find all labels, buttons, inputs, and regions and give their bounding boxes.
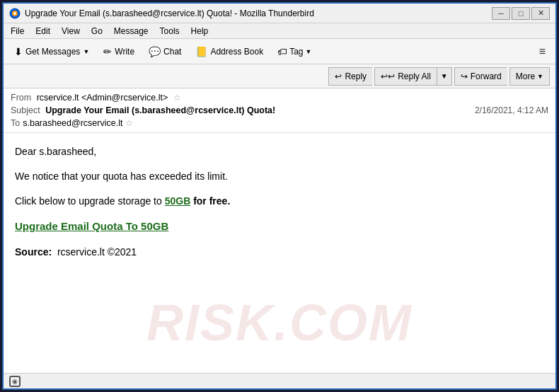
maximize-button[interactable]: □: [512, 7, 530, 20]
tag-icon: 🏷: [277, 46, 287, 57]
to-addr: s.barasheed@rcservice.lt: [23, 118, 122, 128]
menu-message[interactable]: Message: [111, 25, 151, 37]
toolbar: ⬇ Get Messages ▼ ✏ Write 💬 Chat 📒 Addres…: [4, 39, 555, 64]
email-line2: Click below to upgrade storage to 50GB f…: [15, 194, 544, 209]
email-subject-row: Subject Upgrade Your Email (s.barasheed@…: [11, 104, 548, 117]
email-date: 2/16/2021, 4:12 AM: [475, 105, 548, 115]
from-addr: <Admin@rcservice.lt>: [81, 93, 168, 103]
get-messages-button[interactable]: ⬇ Get Messages ▼: [8, 42, 96, 62]
email-actions-bar: ↩ Reply ↩↩ Reply All ▼ ↪ Forward More ▼: [4, 64, 555, 88]
write-icon: ✏: [103, 46, 112, 57]
tag-button[interactable]: 🏷 Tag ▼: [271, 42, 318, 62]
more-dropdown-icon: ▼: [537, 73, 543, 80]
email-line1: We notice that your quota has exceeded i…: [15, 169, 544, 184]
email-from-row: From rcservice.lt <Admin@rcservice.lt> ☆: [11, 91, 548, 104]
star-icon[interactable]: ☆: [173, 93, 181, 103]
upgrade-link-para: Upgrade Email Quota To 50GB: [15, 219, 544, 235]
reply-all-icon: ↩↩: [381, 71, 395, 81]
get-messages-dropdown-icon[interactable]: ▼: [83, 48, 89, 55]
menu-bar: File Edit View Go Message Tools Help: [4, 23, 555, 39]
from-name: rcservice.lt: [37, 93, 79, 103]
reply-icon: ↩: [335, 71, 342, 81]
forward-button[interactable]: ↪ Forward: [454, 67, 507, 86]
window-controls: ─ □ ✕: [492, 7, 550, 20]
source-para: Source: rcservice.lt ©2021: [15, 245, 544, 260]
tag-dropdown-icon: ▼: [306, 48, 312, 55]
email-greeting: Dear s.barasheed,: [15, 144, 544, 159]
get-messages-icon: ⬇: [14, 46, 23, 57]
watermark: RISK.COM: [146, 294, 413, 352]
subject-label: Subject: [11, 105, 40, 115]
source-label: Source:: [15, 246, 52, 258]
reply-all-button[interactable]: ↩↩ Reply All: [374, 67, 437, 86]
address-book-button[interactable]: 📒 Address Book: [189, 42, 270, 62]
menu-tools[interactable]: Tools: [157, 25, 183, 37]
menu-file[interactable]: File: [8, 25, 27, 37]
address-book-icon: 📒: [195, 46, 207, 57]
title-bar-left: Upgrade Your Email (s.barasheed@rcservic…: [9, 8, 314, 19]
menu-help[interactable]: Help: [188, 25, 212, 37]
menu-go[interactable]: Go: [88, 25, 105, 37]
reply-all-button-group: ↩↩ Reply All ▼: [374, 67, 452, 86]
more-button[interactable]: More ▼: [509, 67, 550, 86]
reply-button-group: ↩ Reply: [328, 67, 372, 86]
to-label: To: [11, 118, 20, 128]
window-title: Upgrade Your Email (s.barasheed@rcservic…: [25, 8, 314, 18]
hamburger-menu[interactable]: ≡: [534, 43, 551, 60]
svg-point-2: [13, 12, 16, 15]
chat-icon: 💬: [149, 46, 161, 57]
email-body: Dear s.barasheed, We notice that your qu…: [4, 133, 555, 373]
title-bar: Upgrade Your Email (s.barasheed@rcservic…: [4, 4, 555, 23]
source-value: rcservice.lt ©2021: [57, 246, 137, 258]
chat-button[interactable]: 💬 Chat: [142, 42, 188, 62]
email-header: From rcservice.lt <Admin@rcservice.lt> ☆…: [4, 88, 555, 133]
menu-edit[interactable]: Edit: [33, 25, 53, 37]
write-button[interactable]: ✏ Write: [97, 42, 141, 62]
status-bar: ◉: [4, 373, 555, 388]
to-star-icon[interactable]: ☆: [125, 118, 133, 128]
from-label: From: [11, 93, 31, 103]
50gb-link[interactable]: 50GB: [165, 195, 191, 207]
close-button[interactable]: ✕: [531, 7, 550, 20]
reply-all-dropdown[interactable]: ▼: [437, 67, 452, 86]
forward-icon: ↪: [461, 71, 468, 81]
menu-view[interactable]: View: [59, 25, 83, 37]
email-to-row: To s.barasheed@rcservice.lt ☆: [11, 117, 548, 129]
email-subject: Upgrade Your Email (s.barasheed@rcservic…: [45, 105, 275, 115]
forward-button-group: ↪ Forward: [454, 67, 507, 86]
upgrade-link[interactable]: Upgrade Email Quota To 50GB: [15, 220, 168, 232]
app-icon: [9, 8, 21, 19]
reply-button[interactable]: ↩ Reply: [328, 67, 372, 86]
connection-status-icon: ◉: [9, 376, 21, 387]
main-window: Upgrade Your Email (s.barasheed@rcservic…: [2, 2, 557, 390]
minimize-button[interactable]: ─: [492, 7, 510, 20]
